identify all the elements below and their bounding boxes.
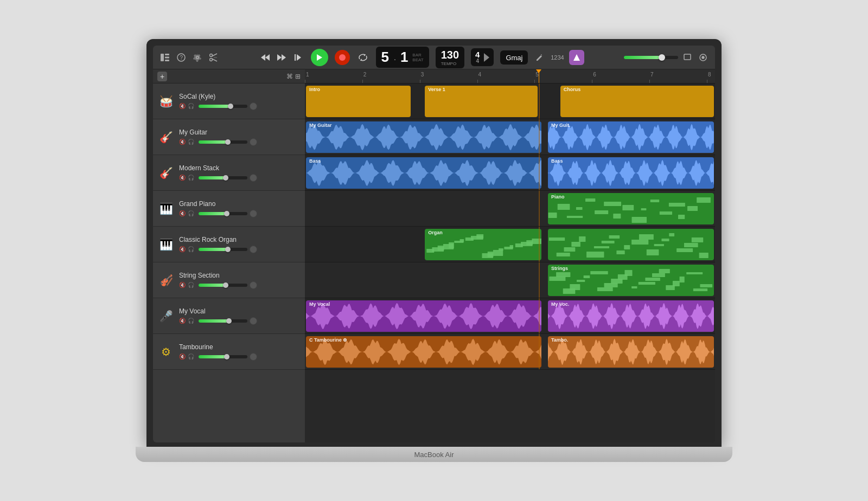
mute-icon-my-guitar[interactable]: 🔇: [179, 139, 186, 145]
region-socal-2[interactable]: Chorus: [560, 86, 714, 117]
headphone-icon-tambourine[interactable]: 🎧: [188, 354, 194, 359]
svg-rect-69: [586, 252, 604, 258]
track-meter-socal[interactable]: [250, 102, 257, 110]
mute-icon-modern-stack[interactable]: 🔇: [179, 175, 186, 181]
region-socal-1[interactable]: Verse 1: [425, 86, 538, 117]
library-icon[interactable]: [159, 52, 170, 63]
svg-rect-66: [564, 247, 576, 252]
main-content: + ⌘ ⊞ 🥁 SoCal (Kyle) 🔇 🎧: [153, 69, 715, 442]
headphone-icon-modern-stack[interactable]: 🎧: [188, 175, 194, 181]
track-meter-tambourine[interactable]: [250, 353, 257, 361]
metronome-button[interactable]: [569, 50, 584, 65]
mute-icon-string-section[interactable]: 🔇: [179, 282, 186, 288]
mute-icon-classic-rock-organ[interactable]: 🔇: [179, 246, 186, 252]
region-modern-stack-1[interactable]: Bass: [548, 157, 714, 189]
pencil-tool[interactable]: [534, 52, 545, 63]
headphone-icon-classic-rock-organ[interactable]: 🎧: [188, 246, 194, 252]
mute-icon-socal[interactable]: 🔇: [179, 103, 186, 109]
track-item-string-section[interactable]: 🎻 String Section 🔇 🎧: [153, 262, 305, 298]
track-name-my-vocal: My Vocal: [179, 307, 301, 315]
track-item-my-guitar[interactable]: 🎸 My Guitar 🔇 🎧: [153, 119, 305, 155]
waveform-my-vocal-0: [306, 300, 541, 332]
track-fader-grand-piano[interactable]: [199, 212, 247, 215]
track-lane-classic-rock-organ[interactable]: Organ: [305, 227, 715, 262]
region-grand-piano-0[interactable]: Piano: [548, 193, 714, 224]
key-display[interactable]: Gmaj: [500, 50, 528, 65]
fast-forward-button[interactable]: [275, 51, 288, 64]
region-my-guitar-0[interactable]: My Guitar: [306, 121, 541, 153]
svg-marker-17: [317, 54, 322, 61]
track-fader-socal[interactable]: [199, 105, 247, 108]
skip-to-start-button[interactable]: [291, 51, 304, 64]
scissors-icon[interactable]: [208, 52, 219, 63]
region-my-vocal-0[interactable]: My Vocal: [306, 300, 541, 332]
time-signature[interactable]: 4 4: [471, 48, 494, 66]
track-fader-classic-rock-organ[interactable]: [199, 248, 247, 251]
region-classic-rock-organ-0[interactable]: Organ: [425, 229, 541, 260]
laptop-body: MacBook Air: [136, 447, 732, 462]
track-item-classic-rock-organ[interactable]: 🎹 Classic Rock Organ 🔇 🎧: [153, 227, 305, 262]
track-controls-my-guitar: 🔇 🎧: [179, 138, 301, 146]
headphone-icon-my-guitar[interactable]: 🎧: [188, 139, 194, 145]
rewind-button[interactable]: [259, 51, 272, 64]
track-meter-my-guitar[interactable]: [250, 138, 257, 146]
fullscreen-icon[interactable]: [682, 52, 693, 63]
track-lane-string-section[interactable]: Strings: [305, 262, 715, 298]
track-item-socal[interactable]: 🥁 SoCal (Kyle) 🔇 🎧: [153, 84, 305, 119]
waveform-string-section-0: [548, 265, 714, 296]
svg-rect-33: [604, 202, 621, 206]
region-tambourine-1[interactable]: Tambo.: [548, 336, 714, 368]
playhead-lane-socal: [539, 84, 540, 119]
track-lane-socal[interactable]: IntroVerse 1Chorus: [305, 84, 715, 119]
track-meter-classic-rock-organ[interactable]: [250, 246, 257, 253]
track-fader-string-section[interactable]: [199, 284, 247, 287]
track-fader-modern-stack[interactable]: [199, 176, 247, 179]
master-volume-slider[interactable]: [624, 56, 678, 59]
settings-icon[interactable]: [192, 52, 203, 63]
headphone-icon-string-section[interactable]: 🎧: [188, 282, 194, 288]
track-fader-tambourine[interactable]: [199, 355, 247, 358]
track-lane-tambourine[interactable]: C Tambourine ⊕Tambo.: [305, 334, 715, 370]
track-lane-modern-stack[interactable]: BassBass: [305, 155, 715, 191]
note-pad-icon[interactable]: [698, 52, 709, 63]
headphone-icon-socal[interactable]: 🎧: [188, 103, 194, 109]
track-meter-grand-piano[interactable]: [250, 210, 257, 217]
track-meter-string-section[interactable]: [250, 281, 257, 289]
region-socal-0[interactable]: Intro: [306, 86, 411, 117]
track-item-modern-stack[interactable]: 🎸 Modern Stack 🔇 🎧: [153, 155, 305, 191]
track-item-tambourine[interactable]: ⚙ Tambourine 🔇 🎧: [153, 334, 305, 370]
track-lane-grand-piano[interactable]: Piano: [305, 191, 715, 227]
track-item-my-vocal[interactable]: 🎤 My Vocal 🔇 🎧: [153, 298, 305, 334]
svg-rect-82: [684, 243, 698, 247]
tracks-scroll-area[interactable]: IntroVerse 1ChorusMy GuitarMy Guit.BassB…: [305, 84, 715, 442]
record-button[interactable]: [335, 50, 350, 65]
mute-icon-tambourine[interactable]: 🔇: [179, 354, 186, 359]
region-label-modern-stack-1: Bass: [551, 158, 563, 164]
track-lane-my-vocal[interactable]: My VocalMy Voc.: [305, 298, 715, 334]
track-meter-my-vocal[interactable]: [250, 317, 257, 325]
region-classic-rock-organ-1[interactable]: [548, 229, 714, 260]
help-icon[interactable]: ?: [176, 52, 187, 63]
add-track-button[interactable]: +: [157, 72, 167, 81]
track-view-icon[interactable]: ⊞: [295, 73, 301, 80]
headphone-icon-grand-piano[interactable]: 🎧: [188, 210, 194, 216]
region-my-vocal-1[interactable]: My Voc.: [548, 300, 714, 332]
track-sort-icon[interactable]: ⌘: [286, 73, 293, 80]
ruler-mark-6: 6: [592, 69, 596, 83]
cycle-button[interactable]: [356, 51, 369, 64]
headphone-icon-my-vocal[interactable]: 🎧: [188, 318, 194, 324]
track-lane-my-guitar[interactable]: My GuitarMy Guit.: [305, 119, 715, 155]
region-my-guitar-1[interactable]: My Guit.: [548, 121, 714, 153]
region-string-section-0[interactable]: Strings: [548, 265, 714, 296]
track-fader-my-vocal[interactable]: [199, 319, 247, 323]
track-meter-modern-stack[interactable]: [250, 174, 257, 182]
region-tambourine-0[interactable]: C Tambourine ⊕: [306, 336, 541, 368]
mute-icon-my-vocal[interactable]: 🔇: [179, 318, 186, 324]
track-fader-my-guitar[interactable]: [199, 140, 247, 144]
waveform-modern-stack-1: [548, 157, 714, 189]
region-modern-stack-0[interactable]: Bass: [306, 157, 541, 189]
track-item-grand-piano[interactable]: 🎹 Grand Piano 🔇 🎧: [153, 191, 305, 227]
play-button[interactable]: [311, 49, 328, 66]
mute-icon-grand-piano[interactable]: 🔇: [179, 210, 186, 216]
tempo-display[interactable]: 130 TEMPO: [436, 47, 464, 68]
